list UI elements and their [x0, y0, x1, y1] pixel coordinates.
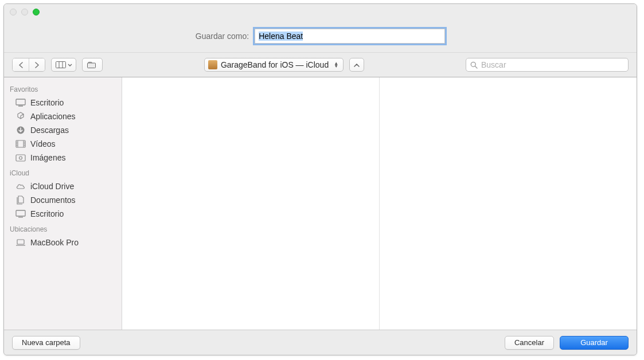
search-input[interactable]	[481, 60, 624, 69]
titlebar	[4, 4, 637, 20]
svg-rect-4	[88, 63, 96, 68]
save-button[interactable]: Guardar	[560, 336, 629, 350]
sidebar-item-descargas[interactable]: Descargas	[4, 123, 122, 137]
desktop-icon	[15, 209, 26, 218]
chevron-down-icon	[68, 64, 72, 66]
videos-icon	[15, 139, 26, 148]
svg-rect-21	[16, 210, 25, 216]
nav-back-button[interactable]	[13, 58, 29, 71]
traffic-lights	[10, 9, 40, 15]
columns-view-icon	[56, 61, 66, 68]
cloud-icon	[15, 182, 26, 191]
sidebar-item-escritorio[interactable]: Escritorio	[4, 96, 122, 109]
desktop-icon	[15, 98, 26, 107]
close-window-button[interactable]	[10, 9, 17, 15]
sidebar-item-label: iCloud Drive	[30, 182, 74, 191]
sidebar-item-videos[interactable]: Vídeos	[4, 137, 122, 151]
sidebar-item-label: Vídeos	[30, 139, 56, 148]
chevron-up-icon	[354, 63, 360, 67]
nav-forward-button[interactable]	[29, 58, 45, 71]
applications-icon	[15, 112, 26, 121]
save-as-label: Guardar como:	[196, 32, 249, 41]
svg-rect-23	[17, 240, 24, 244]
new-folder-button[interactable]: Nueva carpeta	[12, 336, 80, 350]
sidebar-item-escritorio-icloud[interactable]: Escritorio	[4, 207, 122, 221]
search-field[interactable]	[466, 58, 629, 72]
sidebar-header-favoritos: Favoritos	[4, 81, 122, 96]
group-icon	[87, 61, 97, 68]
minimize-window-button[interactable]	[21, 9, 28, 15]
svg-line-6	[475, 66, 478, 68]
svg-rect-19	[16, 155, 25, 161]
sidebar-item-imagenes[interactable]: Imágenes	[4, 151, 122, 165]
sidebar-item-aplicaciones[interactable]: Aplicaciones	[4, 109, 122, 123]
sidebar: Favoritos Escritorio Aplicaciones Descar…	[4, 77, 122, 330]
downloads-icon	[15, 126, 26, 135]
location-popup-button[interactable]: GarageBand for iOS — iCloud ▲▼	[204, 58, 344, 72]
sidebar-item-icloud-drive[interactable]: iCloud Drive	[4, 179, 122, 193]
sidebar-item-label: Documentos	[30, 195, 76, 205]
file-column-2[interactable]	[380, 77, 637, 330]
nav-back-forward	[12, 58, 45, 72]
garageband-app-icon	[208, 60, 217, 69]
sidebar-item-documentos[interactable]: Documentos	[4, 193, 122, 207]
laptop-icon	[15, 238, 26, 247]
search-icon	[470, 61, 478, 69]
svg-point-20	[19, 156, 22, 159]
sidebar-header-ubicaciones: Ubicaciones	[4, 221, 122, 236]
sidebar-item-label: Descargas	[30, 126, 69, 135]
location-label: GarageBand for iOS — iCloud	[221, 60, 329, 69]
cancel-button[interactable]: Cancelar	[505, 336, 554, 350]
save-dialog-window: Guardar como:	[3, 3, 637, 355]
svg-rect-7	[16, 99, 25, 105]
view-mode-button[interactable]	[51, 58, 76, 72]
file-browser-columns[interactable]	[122, 77, 637, 330]
popup-updown-icon: ▲▼	[334, 62, 338, 68]
file-column-1[interactable]	[122, 77, 380, 330]
group-button[interactable]	[82, 58, 103, 72]
images-icon	[15, 153, 26, 162]
save-as-row: Guardar como:	[4, 20, 637, 52]
sidebar-item-label: Escritorio	[30, 98, 64, 107]
footer: Nueva carpeta Cancelar Guardar	[4, 330, 637, 355]
zoom-window-button[interactable]	[33, 9, 40, 15]
sidebar-item-label: MacBook Pro	[30, 238, 79, 247]
toolbar: GarageBand for iOS — iCloud ▲▼	[4, 52, 637, 77]
documents-icon	[15, 195, 26, 205]
save-as-filename-input[interactable]	[255, 29, 445, 44]
chevron-right-icon	[34, 62, 40, 68]
sidebar-item-label: Aplicaciones	[30, 112, 76, 121]
svg-rect-0	[56, 62, 65, 68]
collapse-panel-button[interactable]	[349, 58, 364, 72]
main-area: Favoritos Escritorio Aplicaciones Descar…	[4, 77, 637, 330]
sidebar-item-label: Escritorio	[30, 209, 64, 218]
sidebar-header-icloud: iCloud	[4, 165, 122, 179]
sidebar-item-macbook-pro[interactable]: MacBook Pro	[4, 236, 122, 249]
chevron-left-icon	[18, 62, 24, 68]
sidebar-item-label: Imágenes	[30, 153, 65, 162]
